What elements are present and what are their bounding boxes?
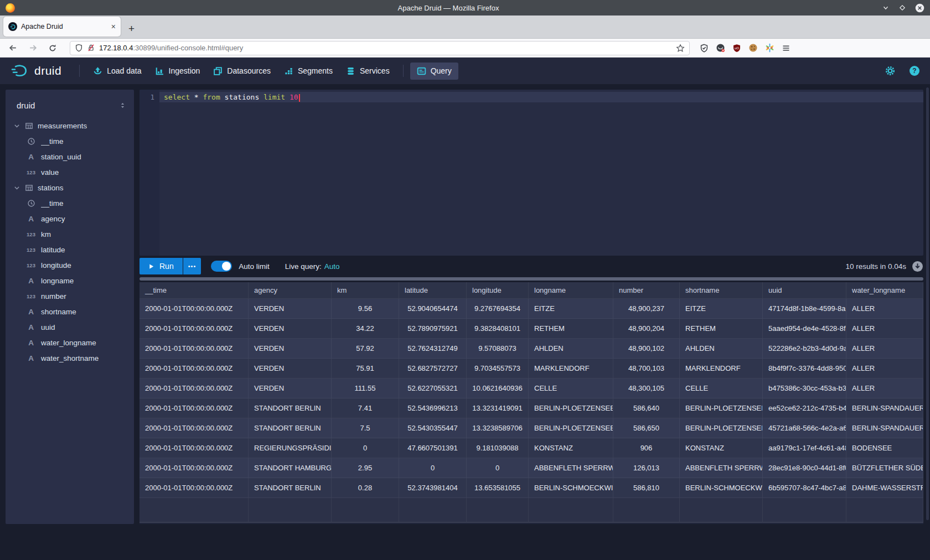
sidebar-column-__time[interactable]: __time [6,195,134,211]
cell-latitude[interactable]: 52.9040654474 [399,299,467,319]
column-header-latitude[interactable]: latitude [399,282,467,299]
sidebar-column-km[interactable]: 123km [6,226,134,242]
cell-shortname[interactable]: BERLIN-SCHMOECKWITZ [680,478,763,498]
cell-number[interactable]: 48,700,103 [613,359,680,378]
sidebar-column-longitude[interactable]: 123longitude [6,257,134,273]
cell-km[interactable]: 75.91 [332,359,399,378]
ext-snowflake-icon[interactable] [765,43,774,53]
cell-agency[interactable]: REGIERUNGSPRÄSIDIUM [249,438,332,458]
cell-km[interactable]: 7.5 [332,418,399,438]
download-icon[interactable] [912,261,923,272]
cell-water_longname[interactable]: BODENSEE [846,438,923,458]
cell-__time[interactable]: 2000-01-01T00:00:00.000Z [140,458,249,478]
cell-number[interactable]: 48,900,204 [613,319,680,339]
cell-water_longname[interactable]: BERLIN-SPANDAUER-S [846,398,923,418]
cell-latitude[interactable]: 52.6827572727 [399,359,467,378]
menu-hamburger-icon[interactable] [782,44,790,53]
cell-km[interactable]: 2.95 [332,458,399,478]
cell-__time[interactable]: 2000-01-01T00:00:00.000Z [140,418,249,438]
cell-km[interactable]: 0.28 [332,478,399,498]
help-icon[interactable]: ? [909,65,920,76]
cell-longitude[interactable]: 13.3238589706 [467,418,529,438]
cell-km[interactable]: 9.56 [332,299,399,319]
chevron-down-icon[interactable] [13,122,20,129]
cell-longitude[interactable]: 9.181039088 [467,438,529,458]
cell-uuid[interactable]: b475386c-30cc-453a-b3 [763,378,846,398]
sidebar-column-station_uuid[interactable]: Astation_uuid [6,149,134,164]
cell-water_longname[interactable]: BÜTZFLETHER SÜDERE [846,458,923,478]
cell-agency[interactable]: STANDORT BERLIN [249,418,332,438]
cell-uuid[interactable]: 28ec91e8-90c0-44d1-8f0 [763,458,846,478]
cell-number[interactable]: 906 [613,438,680,458]
cell-latitude[interactable]: 52.5436996213 [399,398,467,418]
cell-shortname[interactable]: ABBENFLETH SPERRWEI [680,458,763,478]
sidebar-column-longname[interactable]: Alongname [6,273,134,288]
cell-km[interactable]: 0 [332,438,399,458]
cell-uuid[interactable]: 6b595707-8c47-4bc7-a8 [763,478,846,498]
cell-longname[interactable]: RETHEM [529,319,613,339]
editor-code-area[interactable]: select * from stations limit 10 [159,90,923,256]
ext-shield-check-icon[interactable] [700,44,709,53]
forward-icon[interactable] [25,43,40,53]
sidebar-column-value[interactable]: 123value [6,164,134,180]
tab-close-icon[interactable]: × [111,22,116,31]
cell-uuid[interactable]: aa9179c1-17ef-4c61-a48 [763,438,846,458]
sidebar-table-measurements[interactable]: measurements [6,118,134,133]
column-header-longitude[interactable]: longitude [467,282,529,299]
cell-agency[interactable]: VERDEN [249,378,332,398]
nav-item-query[interactable]: Query [410,63,458,80]
cell-longname[interactable]: AHLDEN [529,339,613,359]
cell-longitude[interactable]: 10.0621640936 [467,378,529,398]
column-header-longname[interactable]: longname [529,282,613,299]
browser-tab-apache-druid[interactable]: Apache Druid × [3,17,121,37]
sidebar-table-stations[interactable]: stations [6,180,134,195]
cell-water_longname[interactable]: ALLER [846,299,923,319]
nav-item-datasources[interactable]: Datasources [206,63,277,80]
cell-agency[interactable]: STANDORT BERLIN [249,398,332,418]
cell-__time[interactable]: 2000-01-01T00:00:00.000Z [140,398,249,418]
cell-shortname[interactable]: EITZE [680,299,763,319]
column-header-km[interactable]: km [332,282,399,299]
window-minimize-icon[interactable] [882,4,890,12]
panel-resize-handle[interactable] [140,277,923,281]
cell-longitude[interactable]: 13.653581055 [467,478,529,498]
cell-water_longname[interactable]: ALLER [846,339,923,359]
column-header-water_longname[interactable]: water_longname [846,282,923,299]
cell-longitude[interactable]: 13.3231419091 [467,398,529,418]
cell-longname[interactable]: ABBENFLETH SPERRWEI [529,458,613,478]
insecure-lock-icon[interactable] [87,44,95,52]
column-header-shortname[interactable]: shortname [680,282,763,299]
window-maximize-icon[interactable] [898,4,906,12]
ext-ublock-icon[interactable]: uO [732,44,741,53]
reload-icon[interactable] [45,44,60,53]
cell-agency[interactable]: STANDORT HAMBURG [249,458,332,478]
cell-shortname[interactable]: MARKLENDORF [680,359,763,378]
column-header-agency[interactable]: agency [249,282,332,299]
sql-query-line[interactable]: select * from stations limit 10 [159,92,923,102]
cell-agency[interactable]: VERDEN [249,359,332,378]
back-icon[interactable] [6,43,20,53]
cell-uuid[interactable]: 47174d8f-1b8e-4599-8a [763,299,846,319]
tracking-shield-icon[interactable] [75,44,83,52]
column-header-number[interactable]: number [613,282,680,299]
live-query-value[interactable]: Auto [324,262,340,271]
sidebar-column-shortname[interactable]: Ashortname [6,304,134,319]
cell-uuid[interactable]: 5aaed954-de4e-4528-8f [763,319,846,339]
cell-water_longname[interactable]: ALLER [846,319,923,339]
run-button[interactable]: Run [140,258,183,274]
cell-longitude[interactable]: 9.7034557573 [467,359,529,378]
cell-longitude[interactable]: 0 [467,458,529,478]
cell-number[interactable]: 586,650 [613,418,680,438]
cell-latitude[interactable]: 0 [399,458,467,478]
cell-water_longname[interactable]: ALLER [846,359,923,378]
cell-longitude[interactable]: 9.57088073 [467,339,529,359]
sidebar-column-number[interactable]: 123number [6,288,134,304]
cell-agency[interactable]: VERDEN [249,319,332,339]
cell-longname[interactable]: MARKLENDORF [529,359,613,378]
cell-__time[interactable]: 2000-01-01T00:00:00.000Z [140,478,249,498]
cell-shortname[interactable]: KONSTANZ [680,438,763,458]
cell-km[interactable]: 7.41 [332,398,399,418]
cell-km[interactable]: 57.92 [332,339,399,359]
auto-limit-toggle[interactable] [211,261,232,272]
cell-shortname[interactable]: RETHEM [680,319,763,339]
